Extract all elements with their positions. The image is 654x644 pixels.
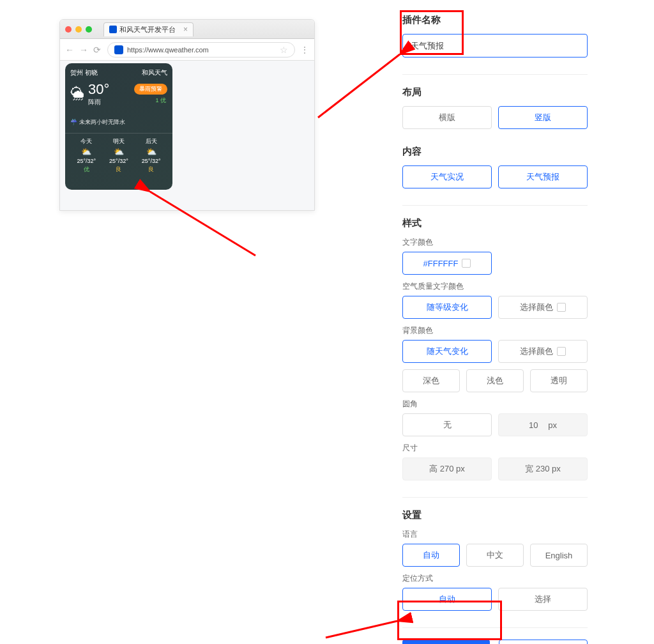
layout-vertical-button[interactable]: 竖版 [498,106,588,129]
text-color-button[interactable]: #FFFFFF [402,252,492,275]
widget-period: 初晓 [85,69,98,76]
size-label: 尺寸 [402,443,588,454]
settings-label: 设置 [402,509,588,521]
url-text: https://www.qweather.com [127,46,209,54]
menu-icon[interactable]: ⋮ [300,45,309,55]
aqi-color-choose-button[interactable]: 选择颜色 [498,296,588,319]
warning-badge: 暴雨预警 [134,84,167,95]
loc-label: 定位方式 [402,573,588,584]
divider [402,497,588,498]
radius-label: 圆角 [402,399,588,410]
bg-light-button[interactable]: 浅色 [466,369,524,392]
aqi-color-label: 空气质量文字颜色 [402,281,588,292]
widget-temperature: 30° [88,81,109,98]
svg-line-1 [318,54,400,118]
weather-widget: 贺州 初晓 和风天气 🌦 30° 阵雨 暴雨预警 1 优 ☔ 未来两小时无降水 … [65,63,172,190]
forecast-day: 明天⛅25°/32°良 [109,137,128,174]
config-panel: 插件名称 布局 横版 竖版 内容 天气实况 天气预报 样式 文字颜色 #FFFF… [402,14,588,644]
svg-line-2 [326,621,397,638]
tab-close-icon[interactable]: × [183,26,188,33]
day-aqi: 优 [84,165,89,174]
bg-color-label: 背景颜色 [402,325,588,336]
day-aqi: 良 [116,165,121,174]
day-name: 今天 [80,137,92,146]
widget-condition: 阵雨 [88,98,109,107]
url-bar[interactable]: https://www.qweather.com ☆ [107,42,295,57]
bg-choose-button[interactable]: 选择颜色 [498,340,588,363]
day-temp-range: 25°/32° [142,158,161,164]
color-swatch-icon [462,259,471,268]
day-weather-icon: ⛅ [146,147,156,157]
day-temp-range: 25°/32° [77,158,96,164]
content-forecast-button[interactable]: 天气预报 [498,165,588,188]
traffic-light-zoom-icon [86,26,92,33]
browser-tab[interactable]: 和风天气开发平台 × [103,22,194,36]
traffic-light-minimize-icon [75,26,82,33]
widget-divider [65,133,172,134]
layout-horizontal-button[interactable]: 横版 [402,106,492,129]
lang-label: 语言 [402,529,588,540]
aqi-color-auto-button[interactable]: 随等级变化 [402,296,492,319]
radius-none-button[interactable]: 无 [402,413,492,436]
rain-hint: 未来两小时无降水 [79,119,125,125]
divider [402,74,588,75]
loc-select-button[interactable]: 选择 [498,588,588,611]
generate-code-button[interactable]: 生成代码 [402,640,490,644]
address-bar-row: ← → ⟳ https://www.qweather.com ☆ ⋮ [60,39,314,61]
bg-transparent-button[interactable]: 透明 [530,369,588,392]
bg-auto-button[interactable]: 随天气变化 [402,340,492,363]
favicon-icon [109,26,117,33]
tab-title: 和风天气开发平台 [119,25,176,34]
browser-mockup: 和风天气开发平台 × ← → ⟳ https://www.qweather.co… [59,19,315,211]
radius-value-input[interactable]: 10 px [498,413,588,436]
weather-icon: 🌦 [70,86,84,102]
divider [402,627,588,628]
content-now-button[interactable]: 天气实况 [402,165,492,188]
widget-brand: 和风天气 [142,68,167,77]
day-aqi: 良 [148,165,154,174]
widget-aqi: 1 优 [155,96,166,105]
browser-viewport: 贺州 初晓 和风天气 🌦 30° 阵雨 暴雨预警 1 优 ☔ 未来两小时无降水 … [60,61,314,210]
lang-en-button[interactable]: English [530,544,588,567]
lang-zh-button[interactable]: 中文 [466,544,524,567]
forecast-day: 后天⛅25°/32°良 [142,137,161,174]
layout-label: 布局 [402,86,588,98]
day-weather-icon: ⛅ [114,147,124,157]
divider [402,205,588,206]
bookmark-star-icon[interactable]: ☆ [280,45,288,55]
size-height-input[interactable]: 高 270 px [402,457,492,480]
site-icon [114,45,123,54]
forecast-day: 今天⛅25°/32°优 [77,137,96,174]
reset-button[interactable]: 重置 [499,640,588,644]
style-label: 样式 [402,217,588,229]
day-name: 后天 [146,137,157,146]
size-width-input[interactable]: 宽 230 px [498,457,588,480]
forecast-row: 今天⛅25°/32°优明天⛅25°/32°良后天⛅25°/32°良 [70,137,167,174]
day-temp-range: 25°/32° [109,158,128,164]
day-name: 明天 [113,137,125,146]
plugin-name-label: 插件名称 [402,14,588,26]
forward-icon[interactable]: → [79,45,88,55]
traffic-light-close-icon [65,26,72,33]
browser-tab-bar: 和风天气开发平台 × [60,20,314,39]
reload-icon[interactable]: ⟳ [93,45,102,55]
color-swatch-icon [557,303,566,312]
text-color-label: 文字颜色 [402,237,588,248]
lang-auto-button[interactable]: 自动 [402,544,460,567]
widget-city: 贺州 [70,69,83,76]
bg-dark-button[interactable]: 深色 [402,369,460,392]
day-weather-icon: ⛅ [81,147,91,157]
color-swatch-icon [557,347,566,356]
back-icon[interactable]: ← [65,45,74,55]
loc-auto-button[interactable]: 自动 [402,588,492,611]
plugin-name-input[interactable] [402,34,588,57]
content-label: 内容 [402,146,588,158]
